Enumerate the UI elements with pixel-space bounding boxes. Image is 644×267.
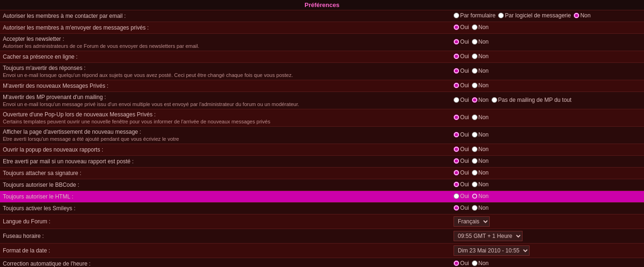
page-wrapper: Préférences Autoriser les membres à me c…: [0, 0, 644, 267]
control-cell-bbcode: OuiNon: [451, 179, 644, 191]
radio-label-contact-email-0[interactable]: Par formulaire: [454, 12, 495, 19]
control-cell-nouveaux-mp: OuiNon: [451, 80, 644, 92]
radio-group-newsletter: OuiNon: [454, 38, 489, 45]
control-cell-page-avertissement: OuiNon: [451, 127, 644, 144]
pref-row-newsletter: Accepter les newsletter :Autoriser les a…: [0, 34, 644, 51]
radio-input-nouveaux-mp-0[interactable]: [454, 83, 459, 88]
pref-row-popup-nouveaux-mp: Ouverture d'une Pop-Up lors de nouveaux …: [0, 109, 644, 127]
radio-input-contact-email-0[interactable]: [454, 13, 459, 18]
pref-row-fuseau: Fuseau horaire :09:55 GMT + 1 Heure: [0, 229, 644, 244]
label-cell-popup-rapports: Ouvrir la popup des nouveaux rapports :: [0, 144, 451, 156]
radio-input-popup-rapports-0[interactable]: [454, 146, 459, 152]
radio-group-contact-email: Par formulairePar logiciel de messagerie…: [454, 12, 591, 19]
control-cell-smileys: OuiNon: [451, 203, 644, 214]
radio-label-page-avertissement-0[interactable]: Oui: [454, 131, 469, 138]
radio-label-contact-email-1[interactable]: Par logiciel de messagerie: [498, 12, 571, 19]
control-cell-format-date: Dim 23 Mai 2010 - 10:55: [451, 244, 644, 258]
radio-label-page-avertissement-1[interactable]: Non: [472, 131, 489, 138]
prefs-table: Autoriser les membres à me contacter par…: [0, 10, 644, 267]
radio-input-messages-prives-1[interactable]: [472, 24, 477, 30]
pref-row-mp-mailing: M'avertir des MP provenant d'un mailing …: [0, 92, 644, 109]
radio-label-presence-ligne-0[interactable]: Oui: [454, 53, 469, 60]
radio-input-page-avertissement-0[interactable]: [454, 132, 459, 137]
radio-input-newsletter-1[interactable]: [472, 39, 477, 45]
radio-group-mp-mailing: OuiNonPas de mailing de MP du tout: [454, 97, 571, 103]
radio-input-html-0[interactable]: [454, 193, 459, 199]
select-langue[interactable]: Français: [454, 216, 490, 227]
radio-label-html-1[interactable]: Non: [472, 193, 489, 199]
label-cell-correction-heure: Correction automatique de l'heure :: [0, 258, 451, 267]
radio-label-signature-1[interactable]: Non: [472, 169, 489, 176]
radio-input-presence-ligne-1[interactable]: [472, 53, 477, 59]
radio-label-newsletter-0[interactable]: Oui: [454, 38, 469, 45]
pref-row-nouveaux-mp: M'avertir des nouveaux Messages Privés :…: [0, 80, 644, 92]
radio-input-popup-nouveaux-mp-1[interactable]: [472, 114, 477, 120]
radio-label-presence-ligne-1[interactable]: Non: [472, 53, 489, 60]
radio-input-avertir-reponses-0[interactable]: [454, 68, 459, 74]
radio-label-smileys-0[interactable]: Oui: [454, 205, 469, 211]
radio-label-messages-prives-0[interactable]: Oui: [454, 24, 469, 31]
radio-label-popup-nouveaux-mp-1[interactable]: Non: [472, 114, 489, 121]
radio-label-mp-mailing-1[interactable]: Non: [472, 97, 489, 103]
radio-input-smileys-0[interactable]: [454, 205, 459, 211]
radio-label-popup-rapports-0[interactable]: Oui: [454, 146, 469, 153]
radio-label-correction-heure-0[interactable]: Oui: [454, 260, 469, 267]
radio-label-signature-0[interactable]: Oui: [454, 169, 469, 176]
radio-input-mp-mailing-1[interactable]: [472, 97, 477, 103]
radio-label-nouveaux-mp-1[interactable]: Non: [472, 82, 489, 89]
radio-input-correction-heure-1[interactable]: [472, 260, 477, 266]
radio-input-html-1[interactable]: [472, 193, 477, 199]
radio-input-mp-mailing-0[interactable]: [454, 97, 459, 103]
radio-group-presence-ligne: OuiNon: [454, 53, 489, 60]
radio-input-bbcode-0[interactable]: [454, 182, 459, 187]
control-cell-newsletter: OuiNon: [451, 34, 644, 51]
control-cell-html: OuiNon: [451, 191, 644, 203]
radio-input-popup-rapports-1[interactable]: [472, 146, 477, 152]
radio-label-bbcode-0[interactable]: Oui: [454, 181, 469, 188]
radio-input-mail-rapport-1[interactable]: [472, 158, 477, 164]
radio-input-page-avertissement-1[interactable]: [472, 132, 477, 137]
radio-label-bbcode-1[interactable]: Non: [472, 181, 489, 188]
radio-label-newsletter-1[interactable]: Non: [472, 38, 489, 45]
radio-input-contact-email-1[interactable]: [498, 13, 504, 18]
radio-label-mail-rapport-1[interactable]: Non: [472, 158, 489, 164]
radio-input-correction-heure-0[interactable]: [454, 260, 459, 266]
radio-input-contact-email-2[interactable]: [574, 13, 579, 18]
radio-label-mp-mailing-2[interactable]: Pas de mailing de MP du tout: [492, 97, 572, 103]
pref-row-messages-prives: Autoriser les membres à m'envoyer des me…: [0, 22, 644, 34]
radio-input-newsletter-0[interactable]: [454, 39, 459, 45]
radio-label-popup-rapports-1[interactable]: Non: [472, 146, 489, 153]
label-cell-mail-rapport: Etre averti par mail si un nouveau rappo…: [0, 156, 451, 168]
radio-input-popup-nouveaux-mp-0[interactable]: [454, 114, 459, 120]
radio-label-avertir-reponses-1[interactable]: Non: [472, 68, 489, 74]
radio-label-correction-heure-1[interactable]: Non: [472, 260, 489, 267]
radio-input-smileys-1[interactable]: [472, 205, 477, 211]
radio-input-presence-ligne-0[interactable]: [454, 53, 459, 59]
radio-label-avertir-reponses-0[interactable]: Oui: [454, 68, 469, 74]
radio-label-mp-mailing-0[interactable]: Oui: [454, 97, 469, 103]
radio-input-signature-1[interactable]: [472, 170, 477, 175]
radio-label-popup-nouveaux-mp-0[interactable]: Oui: [454, 114, 469, 121]
radio-input-mail-rapport-0[interactable]: [454, 158, 459, 164]
select-fuseau[interactable]: 09:55 GMT + 1 Heure: [454, 231, 523, 241]
radio-label-mail-rapport-0[interactable]: Oui: [454, 158, 469, 164]
radio-label-contact-email-2[interactable]: Non: [574, 12, 591, 19]
label-cell-html: Toujours autoriser le HTML :: [0, 191, 451, 203]
radio-input-avertir-reponses-1[interactable]: [472, 68, 477, 74]
select-format-date[interactable]: Dim 23 Mai 2010 - 10:55: [454, 245, 530, 256]
pref-row-contact-email: Autoriser les membres à me contacter par…: [0, 10, 644, 22]
control-cell-correction-heure: OuiNon: [451, 258, 644, 267]
radio-input-bbcode-1[interactable]: [472, 182, 477, 187]
radio-label-smileys-1[interactable]: Non: [472, 205, 489, 211]
label-cell-contact-email: Autoriser les membres à me contacter par…: [0, 10, 451, 22]
radio-input-nouveaux-mp-1[interactable]: [472, 83, 477, 88]
radio-input-messages-prives-0[interactable]: [454, 24, 459, 30]
radio-input-signature-0[interactable]: [454, 170, 459, 175]
radio-label-html-0[interactable]: Oui: [454, 193, 469, 199]
pref-row-signature: Toujours attacher sa signature :OuiNon: [0, 168, 644, 179]
radio-label-nouveaux-mp-0[interactable]: Oui: [454, 82, 469, 89]
radio-input-mp-mailing-2[interactable]: [492, 97, 497, 103]
label-cell-presence-ligne: Cacher sa présence en ligne :: [0, 51, 451, 63]
radio-label-messages-prives-1[interactable]: Non: [472, 24, 489, 31]
radio-group-avertir-reponses: OuiNon: [454, 68, 489, 74]
